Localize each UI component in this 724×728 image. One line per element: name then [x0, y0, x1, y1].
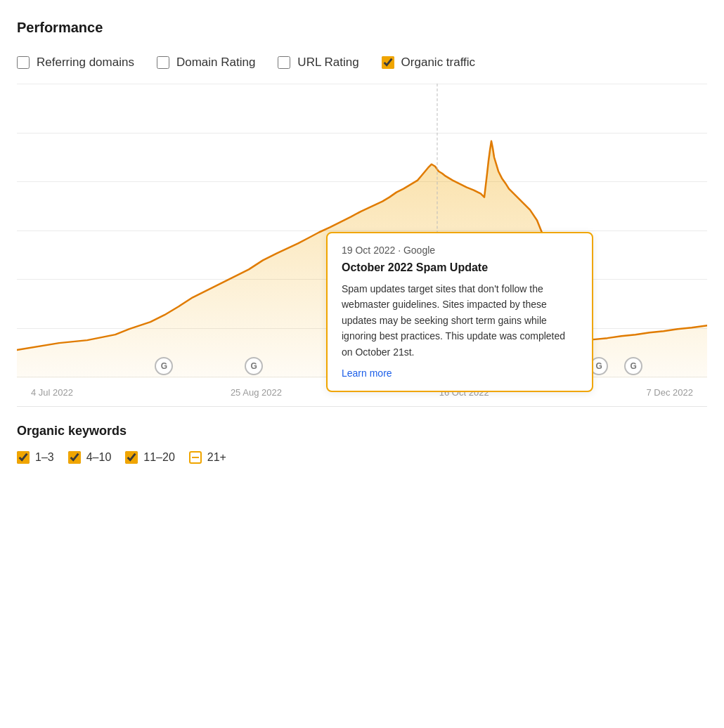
checkbox-url-rating[interactable]: URL Rating: [278, 56, 358, 70]
g-icon-2[interactable]: G: [245, 357, 263, 375]
checkbox-label-domain: Domain Rating: [176, 56, 255, 70]
keyword-label-11-20: 11–20: [143, 451, 175, 464]
keyword-label-1-3: 1–3: [35, 451, 54, 464]
keyword-range-21plus[interactable]: 21+: [189, 451, 226, 464]
g-icon-7[interactable]: G: [624, 357, 642, 375]
organic-keywords-title: Organic keywords: [17, 424, 707, 438]
checkbox-referring-domains[interactable]: Referring domains: [17, 56, 134, 70]
learn-more-link[interactable]: Learn more: [342, 368, 392, 379]
metrics-filter-row: Referring domains Domain Rating URL Rati…: [17, 56, 707, 70]
g-icon-1[interactable]: G: [155, 357, 173, 375]
partial-checkbox-21plus[interactable]: [189, 451, 202, 464]
keyword-range-4-10[interactable]: 4–10: [68, 451, 112, 464]
checkbox-label-referring: Referring domains: [37, 56, 134, 70]
tooltip-date: 19 Oct 2022 · Google: [342, 245, 578, 256]
g-marker-1[interactable]: G: [155, 357, 173, 375]
g-marker-7[interactable]: G: [624, 357, 642, 375]
checkbox-organic-traffic[interactable]: Organic traffic: [382, 56, 476, 70]
x-label-4: 7 Dec 2022: [646, 387, 693, 398]
g-marker-2[interactable]: G: [245, 357, 263, 375]
page-title: Performance: [17, 20, 707, 36]
x-label-1: 4 Jul 2022: [31, 387, 73, 398]
checkbox-domain-rating[interactable]: Domain Rating: [157, 56, 255, 70]
checkbox-label-organic: Organic traffic: [401, 56, 476, 70]
keyword-range-1-3[interactable]: 1–3: [17, 451, 54, 464]
keyword-range-11-20[interactable]: 11–20: [125, 451, 175, 464]
performance-chart: G G G G G G G 4 Jul 2022 25 Aug 2022 16 …: [17, 84, 707, 407]
keyword-label-4-10: 4–10: [86, 451, 112, 464]
google-update-tooltip: 19 Oct 2022 · Google October 2022 Spam U…: [326, 232, 593, 392]
x-label-2: 25 Aug 2022: [231, 387, 282, 398]
keyword-filter-row: 1–3 4–10 11–20 21+: [17, 451, 707, 464]
tooltip-title: October 2022 Spam Update: [342, 261, 578, 274]
checkbox-label-url: URL Rating: [297, 56, 358, 70]
tooltip-body: Spam updates target sites that don't fol…: [342, 281, 578, 360]
keyword-label-21plus: 21+: [207, 451, 226, 464]
